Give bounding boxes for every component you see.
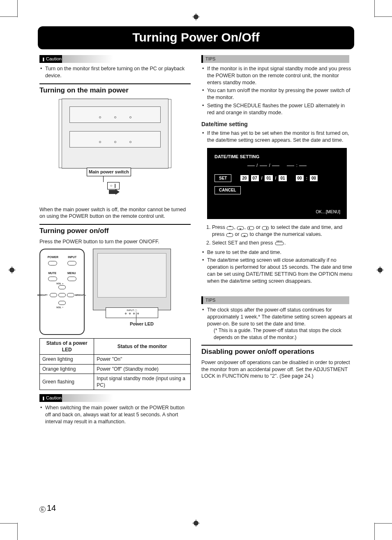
svg-rect-19 [262,226,269,230]
datetime-intro: If the time has yet to be set when the m… [207,130,353,144]
dpad-up-icon [226,232,233,237]
tips-label: TIPS [201,55,349,63]
remote-power-label: POWER [48,255,58,259]
registration-mark-icon [376,266,384,274]
cell: Power "Off" (Standby mode) [94,364,191,374]
page-title: Turning Power On/Off [38,26,354,49]
tip-main: The clock stops after the power-off stat… [207,307,352,327]
remote-control-icon: POWERINPUT MUTEMENU VOL + BRIGHT− BRIGHT… [39,249,85,335]
power-led-table: Status of a power LED Status of the moni… [39,338,191,390]
figure-monitor-back: Main power switch ○ ❙ [39,99,191,201]
cell: Orange lighting [40,364,94,374]
cell: Power "On" [94,355,191,364]
table-row: Green lighting Power "On" [40,355,191,364]
tip-text: The clock stops after the power-off stat… [207,307,353,341]
remote-menu-label: MENU [67,271,76,275]
osd-title: DATE/TIME SETTING [214,154,339,160]
press-power-text: Press the POWER button to turn the power… [39,238,191,245]
cell: Green flashing [40,374,94,390]
page-marker-letter: E [39,506,46,512]
table-row: Green flashing Input signal standby mode… [40,374,191,390]
table-header-led: Status of a power LED [40,339,94,355]
caution-text: Turn on the monitor first before turning… [45,65,191,79]
svg-marker-20 [266,227,267,229]
osd-cancel-button: CANCEL [214,186,241,194]
dpad-down-icon [262,225,269,230]
main-power-note: When the main power switch is off, the m… [39,206,191,220]
svg-rect-17 [247,226,254,230]
remote-mute-label: MUTE [48,271,56,275]
cell: Green lighting [40,355,94,364]
crop-mark [0,523,17,524]
tip-text: If the monitor is in the input signal st… [207,65,353,86]
post-step-text: The date/time setting screen will close … [207,257,353,285]
svg-rect-26 [275,242,284,245]
step-2: Select SET and then press MENU. [212,240,353,247]
osd-value: 00 [296,175,304,182]
arrow-right-icon [109,189,120,197]
crop-mark [0,16,17,17]
post-step-text: Be sure to set the date and time. [207,249,353,256]
svg-rect-21 [226,233,233,237]
heading-power-onoff: Turning power on/off [39,224,191,236]
heading-main-power: Turning on the main power [39,83,191,95]
osd-value: 00 [310,175,318,182]
remote-bright-plus-label: BRIGHT+ [75,293,86,297]
crop-mark [375,16,392,17]
osd-ok-hint: OK…[MENU] [316,209,340,215]
dpad-left-icon [226,225,234,230]
osd-set-button: SET [214,174,231,182]
table-header-monitor: Status of the monitor [94,339,191,355]
tip-text: You can turn on/off the monitor by press… [207,87,353,101]
remote-bright-minus-label: BRIGHT− [37,293,48,297]
registration-mark-icon [8,266,16,274]
remote-vol-plus-label: VOL + [56,282,63,285]
tips-label: TIPS [201,296,349,304]
menu-button-icon: MENU [274,240,284,245]
step-1: Press , , or to select the date and time… [212,224,353,238]
monitor-bezel-label: INPUT ▢ [127,309,137,312]
caution-text: When switching the main power switch or … [45,404,191,425]
osd-value: 07 [251,175,259,182]
dpad-down-icon [241,232,248,237]
osd-datetime-screen: DATE/TIME SETTING / / : SET 20 07 / 01 /… [207,148,347,219]
remote-vol-minus-label: VOL − [56,306,63,309]
osd-value: 20 [240,175,248,182]
page-marker-number: 14 [47,503,56,512]
left-column: Caution Turn on the monitor first before… [39,55,191,429]
caution-label: Caution [39,394,122,402]
caution-label: Caution [39,55,122,63]
registration-mark-icon [192,519,200,527]
figure-remote-and-monitor: POWERINPUT MUTEMENU VOL + BRIGHT− BRIGHT… [39,249,191,335]
tip-footnote: (* This is a guide. The power-off status… [207,327,353,340]
crop-mark [17,523,18,540]
osd-value: 01 [279,175,286,182]
crop-mark [375,523,392,524]
monitor-front-icon: INPUT ▢ [93,249,171,310]
crop-mark [374,0,375,17]
power-led-label: Power LED [93,321,191,327]
heading-datetime: Date/time setting [201,120,353,128]
registration-mark-icon [192,13,200,21]
table-row: Orange lighting Power "Off" (Standby mod… [40,364,191,374]
page-number: E14 [39,503,56,513]
main-power-switch-icon: ○ ❙ [107,182,120,189]
osd-value: 01 [265,175,272,182]
remote-input-label: INPUT [68,255,76,259]
svg-marker-18 [249,227,250,229]
crop-mark [374,523,375,540]
cell: Input signal standby mode (input using a… [94,374,191,390]
svg-marker-12 [109,189,120,195]
heading-disabling: Disabling power on/off operations [201,345,353,357]
tip-text: Setting the SCHEDULE flashes the power L… [207,102,353,116]
main-power-switch-label: Main power switch [87,168,131,176]
dpad-up-icon [247,225,254,230]
disabling-body: Power on/power off operations can be dis… [201,359,353,380]
right-column: TIPS If the monitor is in the input sign… [201,55,353,429]
crop-mark [17,0,18,17]
svg-rect-13 [227,226,233,230]
dpad-right-icon [237,225,244,230]
